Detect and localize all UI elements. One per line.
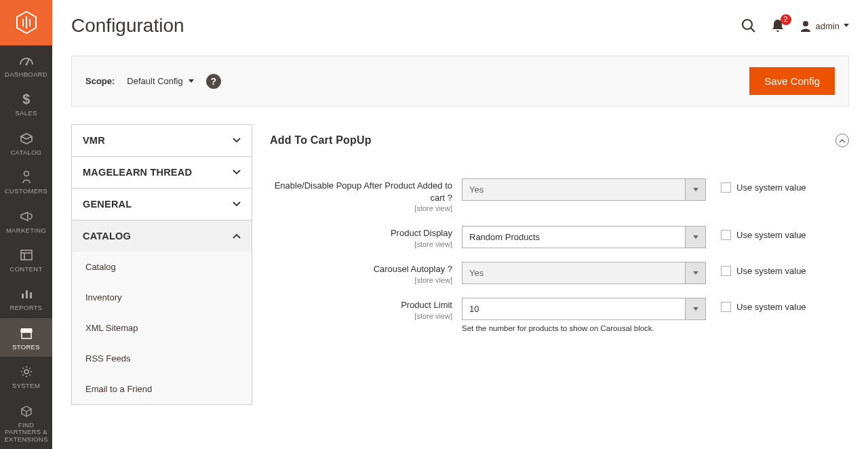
chevron-down-icon [233, 170, 241, 175]
main-content: Configuration 2 admin Scope: Default [52, 0, 868, 449]
megaphone-icon [20, 209, 33, 224]
config-subitem-rss-feeds[interactable]: RSS Feeds [72, 343, 252, 374]
gear-icon [20, 364, 33, 379]
magento-logo-icon [16, 11, 37, 34]
global-search-button[interactable] [741, 18, 756, 33]
config-tab-catalog-items: Catalog Inventory XML Sitemap RSS Feeds … [72, 252, 252, 404]
dollar-icon: $ [22, 92, 31, 106]
config-tab-magelearn[interactable]: MAGELEARN THREAD [72, 157, 252, 188]
logo[interactable] [0, 0, 52, 45]
caret-down-icon [844, 24, 849, 28]
box-icon [20, 131, 33, 146]
dropdown-arrow [685, 227, 705, 248]
svg-rect-8 [26, 290, 28, 298]
field-scope-hint: [store view] [270, 240, 452, 248]
field-label: Enable/Disable Popup After Product Added… [270, 180, 452, 203]
scope-help-button[interactable]: ? [206, 74, 221, 89]
field-scope-hint: [store view] [270, 312, 452, 320]
product-display-select[interactable]: Random Products [462, 226, 706, 248]
sidebar-item-marketing[interactable]: MARKETING [0, 201, 52, 240]
field-product-limit: Product Limit [store view] 10 Set the nu… [270, 298, 849, 332]
scope-label: Scope: [85, 76, 115, 86]
section-header[interactable]: Add To Cart PopUp [270, 124, 849, 157]
config-subitem-inventory[interactable]: Inventory [72, 282, 252, 313]
scope-selector[interactable]: Default Config [127, 76, 193, 86]
config-form: Add To Cart PopUp Enable/Disable Popup A… [270, 124, 849, 405]
carousel-autoplay-select[interactable]: Yes [462, 262, 706, 284]
chevron-down-icon [233, 138, 241, 143]
layout-icon [20, 248, 33, 262]
sidebar-item-stores[interactable]: STORES [0, 318, 52, 357]
config-subitem-xml-sitemap[interactable]: XML Sitemap [72, 313, 252, 343]
field-label: Carousel Autoplay ? [270, 263, 452, 275]
svg-point-12 [743, 20, 752, 29]
svg-text:$: $ [22, 92, 30, 106]
save-config-button[interactable]: Save Config [749, 67, 835, 95]
chevron-down-icon [233, 201, 241, 207]
notification-badge: 2 [781, 14, 791, 25]
page-header: Configuration 2 admin [71, 0, 849, 37]
sidebar-item-sales[interactable]: $ SALES [0, 84, 52, 123]
config-tabs: VMR MAGELEARN THREAD GENERAL [71, 124, 252, 405]
caret-down-icon [693, 235, 698, 239]
field-label: Product Display [270, 227, 452, 239]
use-system-value-checkbox[interactable] [721, 182, 731, 193]
cube-icon [20, 404, 33, 418]
dropdown-arrow [685, 262, 705, 284]
search-icon [741, 18, 756, 33]
bars-icon [20, 286, 33, 301]
section-title: Add To Cart PopUp [270, 134, 835, 147]
scope-value: Default Config [127, 76, 182, 86]
person-icon [22, 170, 31, 184]
field-label: Product Limit [270, 299, 452, 311]
sidebar-item-partners[interactable]: FIND PARTNERS & EXTENSIONS [0, 396, 52, 449]
chevron-up-icon [233, 233, 241, 239]
user-name: admin [816, 21, 840, 31]
svg-point-3 [24, 172, 28, 176]
enable-popup-select[interactable]: Yes [462, 178, 706, 201]
use-system-value-checkbox[interactable] [721, 266, 731, 276]
dropdown-arrow [685, 179, 705, 200]
use-system-value-checkbox[interactable] [721, 230, 731, 240]
sidebar-item-customers[interactable]: CUSTOMERS [0, 162, 52, 201]
notifications-button[interactable]: 2 [771, 18, 785, 33]
chevron-up-icon [839, 138, 846, 143]
user-menu[interactable]: admin [800, 20, 849, 32]
caret-down-icon [693, 271, 698, 275]
caret-down-icon [189, 79, 194, 83]
svg-point-11 [24, 370, 28, 374]
sidebar-item-content[interactable]: CONTENT [0, 240, 52, 279]
svg-rect-7 [22, 294, 24, 298]
config-tab-general[interactable]: GENERAL [72, 189, 252, 220]
svg-rect-9 [30, 292, 32, 298]
sidebar-item-system[interactable]: SYSTEM [0, 357, 52, 395]
page-title: Configuration [71, 15, 741, 37]
svg-line-13 [751, 28, 755, 33]
product-limit-input[interactable]: 10 [462, 298, 706, 320]
sidebar-item-dashboard[interactable]: DASHBOARD [0, 45, 52, 84]
store-icon [20, 326, 33, 340]
sidebar-item-reports[interactable]: REPORTS [0, 279, 52, 317]
svg-point-1 [25, 63, 27, 65]
use-system-value-checkbox[interactable] [721, 302, 731, 312]
config-subitem-catalog[interactable]: Catalog [72, 252, 252, 282]
use-system-value-label: Use system value [736, 266, 806, 276]
use-system-value-label: Use system value [736, 302, 806, 312]
caret-down-icon [693, 307, 698, 311]
dropdown-arrow [685, 298, 705, 319]
field-scope-hint: [store view] [270, 204, 452, 212]
field-enable-popup: Enable/Disable Popup After Product Added… [270, 178, 849, 212]
caret-down-icon [693, 188, 698, 192]
field-carousel-autoplay: Carousel Autoplay ? [store view] Yes [270, 262, 849, 284]
config-tab-vmr[interactable]: VMR [72, 125, 252, 156]
sidebar-item-catalog[interactable]: CATALOG [0, 123, 52, 162]
use-system-value-label: Use system value [736, 230, 806, 240]
admin-sidebar: DASHBOARD $ SALES CATALOG CUSTOMERS MARK… [0, 0, 52, 449]
collapse-section-button[interactable] [835, 134, 849, 147]
field-scope-hint: [store view] [270, 276, 452, 284]
use-system-value-label: Use system value [736, 182, 806, 193]
config-tab-catalog[interactable]: CATALOG [72, 220, 252, 252]
user-icon [800, 20, 812, 32]
config-subitem-email-friend[interactable]: Email to a Friend [72, 374, 252, 404]
svg-rect-10 [22, 332, 31, 338]
